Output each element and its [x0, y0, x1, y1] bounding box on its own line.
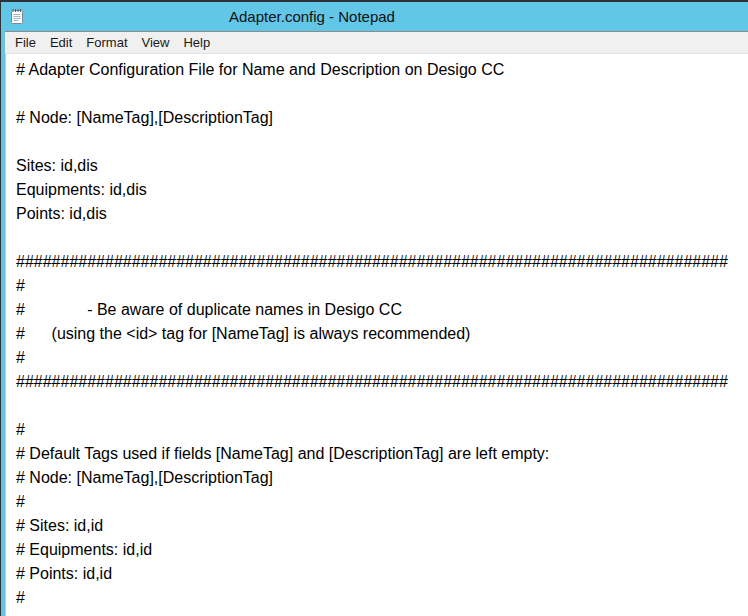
menu-item-file[interactable]: File	[8, 33, 43, 52]
editor-line	[16, 130, 748, 154]
editor-line: # Points: id,id	[16, 562, 748, 586]
editor-line: Sites: id,dis	[16, 154, 748, 178]
editor-line: ########################################…	[16, 250, 748, 274]
menu-item-help[interactable]: Help	[176, 33, 217, 52]
editor-line: # Sites: id,id	[16, 514, 748, 538]
editor-line: # Adapter Configuration File for Name an…	[16, 58, 748, 82]
notepad-window: Adapter.config - Notepad FileEditFormatV…	[0, 0, 748, 616]
editor-line: # Node: [NameTag],[DescriptionTag]	[16, 106, 748, 130]
editor-line: # Default Tags used if fields [NameTag] …	[16, 442, 748, 466]
editor-line: #	[16, 490, 748, 514]
notepad-icon[interactable]	[9, 8, 25, 25]
window-title: Adapter.config - Notepad	[229, 2, 395, 31]
editor-line: # (using the <id> tag for [NameTag] is a…	[16, 322, 748, 346]
editor-line: #	[16, 418, 748, 442]
editor-line	[16, 82, 748, 106]
editor-line: # Node: [NameTag],[DescriptionTag]	[16, 466, 748, 490]
menu-item-view[interactable]: View	[135, 33, 177, 52]
window-left-border	[1, 2, 5, 616]
editor-line: # Equipments: id,id	[16, 538, 748, 562]
editor-line: #	[16, 346, 748, 370]
editor-line	[16, 394, 748, 418]
editor-line: #	[16, 274, 748, 298]
editor-line: Equipments: id,dis	[16, 178, 748, 202]
menubar: FileEditFormatViewHelp	[1, 32, 748, 54]
editor-line: #	[16, 586, 748, 610]
editor-line	[16, 226, 748, 250]
editor-line: Points: id,dis	[16, 202, 748, 226]
editor-line: # - Be aware of duplicate names in Desig…	[16, 298, 748, 322]
menu-item-format[interactable]: Format	[79, 33, 134, 52]
text-editor-area[interactable]: # Adapter Configuration File for Name an…	[5, 54, 748, 616]
titlebar[interactable]: Adapter.config - Notepad	[1, 2, 748, 32]
editor-line: ########################################…	[16, 370, 748, 394]
menu-item-edit[interactable]: Edit	[43, 33, 79, 52]
